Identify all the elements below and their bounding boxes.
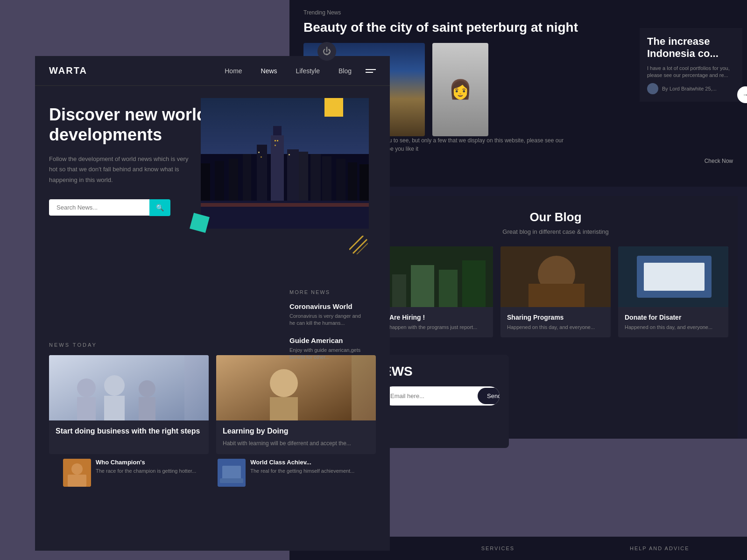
svg-rect-33 <box>243 154 251 201</box>
svg-rect-35 <box>229 159 238 201</box>
footer-help[interactable]: HELP AND ADVICE <box>630 546 690 551</box>
second-trending-card: The increase Indonesia co... I have a lo… <box>640 28 742 102</box>
svg-point-12 <box>77 378 96 397</box>
logo: WARTA <box>49 65 87 76</box>
svg-rect-7 <box>529 284 585 307</box>
woman-icon: 👩 <box>432 43 488 136</box>
hamburger-menu[interactable] <box>366 69 376 73</box>
more-news-item-2: Guide American Enjoy with guide american… <box>289 336 364 361</box>
svg-rect-13 <box>77 397 96 420</box>
svg-point-19 <box>270 369 298 397</box>
more-news-desc-2: Enjoy with guide american,gets benefit f… <box>289 347 364 361</box>
blog-card-2: Sharing Programs Happened on this day, a… <box>500 246 611 337</box>
nav-news[interactable]: News <box>261 67 277 75</box>
bottom-news: Who Champion's The race for the champion… <box>63 459 390 487</box>
second-trending-title: The increase Indonesia co... <box>647 35 735 60</box>
blog-card-body-3: Donate for Disater Happened on this day,… <box>618 307 728 337</box>
check-now-link[interactable]: Check Now <box>705 158 733 164</box>
blog-title: Our Blog <box>374 196 738 228</box>
svg-rect-20 <box>270 397 298 420</box>
svg-rect-37 <box>215 161 224 201</box>
svg-rect-32 <box>287 149 299 201</box>
newsletter-panel: EWS Send <box>374 355 509 448</box>
svg-rect-46 <box>258 152 260 153</box>
blog-image-3 <box>618 246 728 307</box>
svg-rect-17 <box>139 397 155 420</box>
more-news-title-1: Coronavirus World <box>289 302 364 310</box>
search-input[interactable] <box>49 199 149 216</box>
bottom-news-desc-1: The race for the champion is getting hot… <box>96 468 196 475</box>
svg-rect-36 <box>310 154 321 201</box>
news-card-title-2: Learning by Doing <box>223 427 369 435</box>
second-trending-footer: By Lord Braitwhite 25,... <box>647 83 735 94</box>
news-card-1: Start doing business with the right step… <box>49 355 209 454</box>
news-card-desc-2: Habit with learning will be diferrent an… <box>223 439 369 448</box>
news-card-content-1: Start doing business with the right step… <box>49 420 209 446</box>
svg-rect-30 <box>271 135 284 201</box>
blog-image-1 <box>383 246 493 307</box>
nav-blog[interactable]: Blog <box>338 67 352 75</box>
blog-card-title-3: Donate for Disater <box>625 314 722 321</box>
blog-card-title-1: Are Hiring ! <box>389 314 486 321</box>
search-button[interactable]: 🔍 <box>149 199 170 216</box>
hamburger-line-2 <box>366 72 373 73</box>
bottom-news-title-1: Who Champion's <box>96 459 196 466</box>
news-card-title-1: Start doing business with the right step… <box>56 427 202 435</box>
send-button[interactable]: Send <box>478 388 500 404</box>
bottom-news-desc-2: The real for the getting himself achieve… <box>250 468 354 475</box>
power-button[interactable]: ⏻ <box>317 42 336 61</box>
blog-card-desc-3: Happened on this day, and everyone... <box>625 324 722 331</box>
blog-card-1: Are Hiring ! happen with the programs ju… <box>383 246 493 337</box>
hero-description: Follow the development of world news whi… <box>49 154 198 185</box>
svg-rect-45 <box>275 145 276 146</box>
hamburger-line-1 <box>366 69 376 70</box>
svg-point-14 <box>104 375 125 396</box>
svg-rect-23 <box>68 475 86 487</box>
bottom-news-item-1: Who Champion's The race for the champion… <box>63 459 196 487</box>
footer-services[interactable]: SERVICES <box>481 546 514 551</box>
nav-lifestyle[interactable]: Lifestyle <box>296 67 320 75</box>
svg-rect-41 <box>348 162 357 201</box>
svg-rect-38 <box>322 156 331 201</box>
hero-city-image <box>201 98 369 229</box>
svg-rect-40 <box>336 159 345 201</box>
blog-card-desc-2: Happened on this day, and everyone... <box>507 324 604 331</box>
blog-card-3: Donate for Disater Happened on this day,… <box>618 246 728 337</box>
nav-home[interactable]: Home <box>225 67 242 75</box>
search-bar: 🔍 <box>49 199 170 216</box>
author-name: By Lord Braitwhite 25,... <box>662 86 717 91</box>
blog-subtitle: Great blog in different case & interisti… <box>374 228 738 246</box>
svg-rect-4 <box>462 260 486 307</box>
email-input[interactable] <box>383 388 476 404</box>
svg-rect-25 <box>222 466 241 480</box>
second-trending-desc: I have a lot of cool portfolios for you,… <box>647 65 735 79</box>
more-news-section: MORE NEWS Coronavirus World Coronavirus … <box>280 289 374 371</box>
navbar: WARTA Home News Lifestyle Blog <box>35 56 390 86</box>
blog-card-body-1: Are Hiring ! happen with the programs ju… <box>383 307 493 337</box>
more-news-title-2: Guide American <box>289 336 364 344</box>
email-form[interactable]: Send <box>383 386 500 406</box>
svg-rect-15 <box>104 396 125 420</box>
svg-rect-39 <box>201 163 210 201</box>
bottom-news-text-2: World Class Achiev... The real for the g… <box>250 459 354 475</box>
bottom-thumb-1 <box>63 459 91 487</box>
svg-rect-3 <box>439 270 458 307</box>
svg-rect-44 <box>277 140 278 141</box>
svg-rect-50 <box>201 203 369 207</box>
svg-point-22 <box>71 463 83 475</box>
woman-image: 👩 <box>432 43 488 136</box>
diagonal-lines-decoration <box>349 236 368 254</box>
svg-point-16 <box>139 380 155 397</box>
newsletter-inner: EWS Send <box>374 355 509 415</box>
svg-rect-43 <box>275 140 276 141</box>
svg-rect-47 <box>289 154 290 155</box>
blog-card-body-2: Sharing Programs Happened on this day, a… <box>500 307 611 337</box>
yellow-decoration <box>324 98 343 117</box>
office-image <box>49 355 209 420</box>
svg-rect-42 <box>359 164 369 201</box>
author-avatar <box>647 83 658 94</box>
newsletter-label: EWS <box>383 364 500 379</box>
svg-rect-2 <box>411 265 434 307</box>
more-news-desc-1: Coronavirus is very danger and he can ki… <box>289 313 364 327</box>
blog-card-desc-1: happen with the programs just report... <box>389 324 486 331</box>
